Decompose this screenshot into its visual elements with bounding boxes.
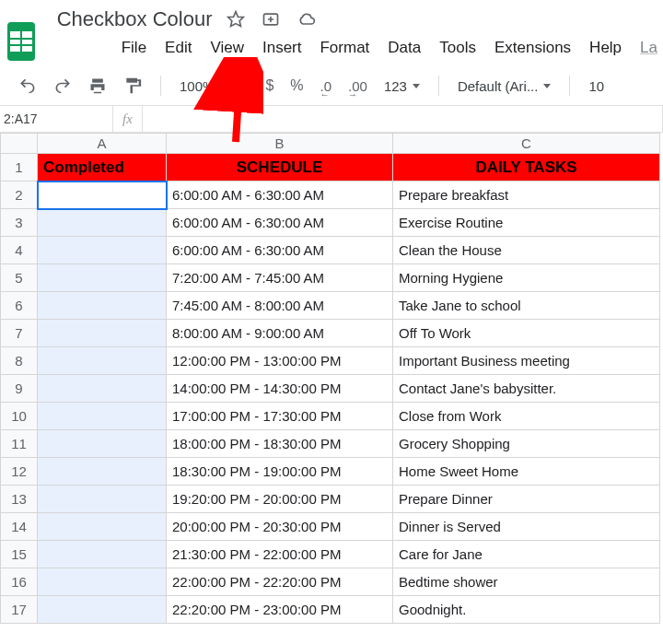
- select-all-corner[interactable]: [1, 134, 38, 154]
- document-title[interactable]: Checkbox Colour: [53, 7, 213, 31]
- row-header[interactable]: 15: [1, 541, 38, 568]
- print-icon[interactable]: [88, 76, 107, 95]
- cell[interactable]: [38, 486, 167, 513]
- cell[interactable]: 17:00:00 PM - 17:30:00 PM: [167, 403, 393, 430]
- row-header[interactable]: 14: [1, 513, 38, 541]
- menu-overflow[interactable]: La: [640, 39, 657, 57]
- cell[interactable]: [38, 237, 167, 264]
- cell[interactable]: Clean the House: [393, 237, 660, 264]
- menu-file[interactable]: File: [122, 39, 146, 57]
- cell[interactable]: 22:00:00 PM - 22:20:00 PM: [167, 568, 393, 596]
- cell[interactable]: [38, 568, 167, 596]
- menu-tools[interactable]: Tools: [439, 39, 476, 57]
- cell[interactable]: [38, 403, 167, 430]
- cloud-icon[interactable]: [297, 10, 317, 29]
- decrease-decimal-button[interactable]: .0←: [320, 78, 332, 94]
- cell[interactable]: [38, 209, 167, 237]
- cell[interactable]: Morning Hygiene: [393, 264, 660, 292]
- cell[interactable]: [38, 513, 167, 541]
- menu-help[interactable]: Help: [589, 39, 622, 57]
- cell[interactable]: 21:30:00 PM - 22:00:00 PM: [167, 541, 393, 568]
- menu-edit[interactable]: Edit: [165, 39, 192, 57]
- cell[interactable]: [38, 458, 167, 486]
- cell[interactable]: SCHEDULE: [167, 154, 393, 181]
- cell[interactable]: Goodnight.: [393, 596, 660, 624]
- menu-extensions[interactable]: Extensions: [494, 39, 571, 57]
- col-header-a[interactable]: A: [38, 134, 167, 154]
- cell[interactable]: 8:00:00 AM - 9:00:00 AM: [167, 320, 393, 347]
- cell[interactable]: 18:30:00 PM - 19:00:00 PM: [167, 458, 393, 486]
- menu-data[interactable]: Data: [388, 39, 421, 57]
- cell[interactable]: DAILY TASKS: [393, 154, 660, 181]
- redo-icon[interactable]: [53, 76, 72, 95]
- zoom-select[interactable]: 100%: [180, 78, 227, 94]
- row-header[interactable]: 4: [1, 237, 38, 264]
- currency-button[interactable]: $: [265, 77, 273, 94]
- cell[interactable]: 19:20:00 PM - 20:00:00 PM: [167, 486, 393, 513]
- cell[interactable]: Care for Jane: [393, 541, 660, 568]
- col-header-b[interactable]: B: [167, 134, 393, 154]
- move-icon[interactable]: [262, 10, 280, 29]
- row-header[interactable]: 10: [1, 403, 38, 430]
- cell[interactable]: [38, 292, 167, 320]
- cell[interactable]: [38, 375, 167, 403]
- cell[interactable]: 6:00:00 AM - 6:30:00 AM: [167, 181, 393, 209]
- cell[interactable]: Dinner is Served: [393, 513, 660, 541]
- row-header[interactable]: 1: [1, 154, 38, 181]
- menu-insert[interactable]: Insert: [262, 39, 302, 57]
- row-header[interactable]: 16: [1, 568, 38, 596]
- cell[interactable]: Contact Jane's babysitter.: [393, 375, 660, 403]
- number-format-select[interactable]: 123: [384, 78, 420, 94]
- cell[interactable]: 12:00:00 PM - 13:00:00 PM: [167, 347, 393, 375]
- font-select[interactable]: Default (Ari...: [458, 78, 552, 94]
- menu-format[interactable]: Format: [320, 39, 369, 57]
- row-header[interactable]: 12: [1, 458, 38, 486]
- cell[interactable]: 6:00:00 AM - 6:30:00 AM: [167, 237, 393, 264]
- cell[interactable]: Grocery Shopping: [393, 430, 660, 458]
- undo-icon[interactable]: [18, 76, 37, 95]
- star-icon[interactable]: [227, 10, 245, 29]
- row-header[interactable]: 3: [1, 209, 38, 237]
- cell[interactable]: 22:20:00 PM - 23:00:00 PM: [167, 596, 393, 624]
- row-header[interactable]: 7: [1, 320, 38, 347]
- cell[interactable]: [38, 347, 167, 375]
- cell[interactable]: 14:00:00 PM - 14:30:00 PM: [167, 375, 393, 403]
- cell[interactable]: Off To Work: [393, 320, 660, 347]
- cell[interactable]: 20:00:00 PM - 20:30:00 PM: [167, 513, 393, 541]
- row-header[interactable]: 17: [1, 596, 38, 624]
- cell[interactable]: [38, 320, 167, 347]
- cell[interactable]: Take Jane to school: [393, 292, 660, 320]
- row-header[interactable]: 6: [1, 292, 38, 320]
- font-size-select[interactable]: 10: [588, 78, 604, 94]
- menu-view[interactable]: View: [210, 39, 244, 57]
- cell[interactable]: 7:20:00 AM - 7:45:00 AM: [167, 264, 393, 292]
- spreadsheet-grid[interactable]: A B C 1 Completed SCHEDULE DAILY TASKS 2…: [0, 133, 660, 624]
- cell[interactable]: [38, 596, 167, 624]
- row-header[interactable]: 2: [1, 181, 38, 209]
- cell[interactable]: [38, 430, 167, 458]
- cell[interactable]: Important Business meeting: [393, 347, 660, 375]
- cell[interactable]: Close from Work: [393, 403, 660, 430]
- row-header[interactable]: 13: [1, 486, 38, 513]
- sheets-logo[interactable]: [7, 22, 35, 61]
- formula-input[interactable]: [143, 106, 663, 132]
- cell[interactable]: Completed: [38, 154, 167, 181]
- cell[interactable]: Prepare breakfast: [393, 181, 660, 209]
- cell[interactable]: 18:00:00 PM - 18:30:00 PM: [167, 430, 393, 458]
- row-header[interactable]: 8: [1, 347, 38, 375]
- cell[interactable]: [38, 181, 167, 209]
- cell[interactable]: [38, 541, 167, 568]
- cell[interactable]: 6:00:00 AM - 6:30:00 AM: [167, 209, 393, 237]
- row-header[interactable]: 5: [1, 264, 38, 292]
- row-header[interactable]: 9: [1, 375, 38, 403]
- cell[interactable]: Exercise Routine: [393, 209, 660, 237]
- paint-format-icon[interactable]: [123, 76, 142, 95]
- row-header[interactable]: 11: [1, 430, 38, 458]
- cell[interactable]: 7:45:00 AM - 8:00:00 AM: [167, 292, 393, 320]
- col-header-c[interactable]: C: [393, 134, 660, 154]
- percent-button[interactable]: %: [290, 77, 303, 94]
- increase-decimal-button[interactable]: .00→: [348, 78, 367, 94]
- cell[interactable]: Home Sweet Home: [393, 458, 660, 486]
- cell[interactable]: Bedtime shower: [393, 568, 660, 596]
- cell[interactable]: Prepare Dinner: [393, 486, 660, 513]
